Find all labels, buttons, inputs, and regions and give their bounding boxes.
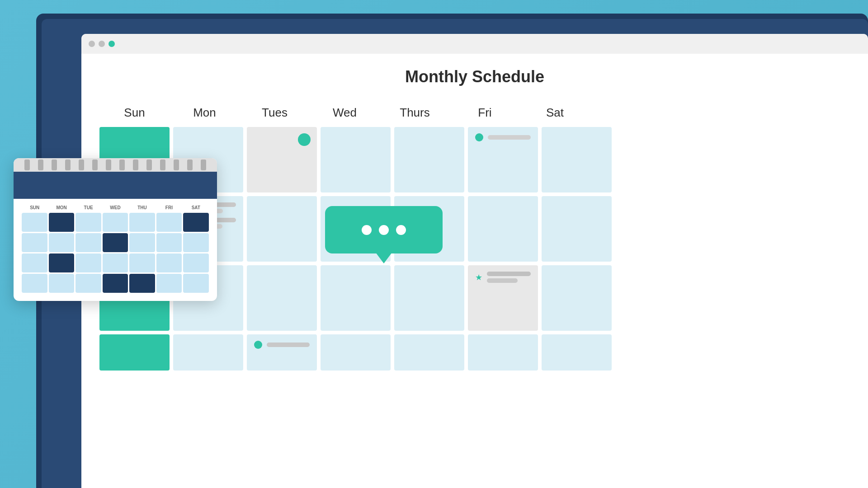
mini-cell-6: [156, 213, 182, 232]
fri-item-row1: [468, 127, 538, 148]
spiral-tab-4: [65, 160, 71, 170]
cell-r4-mon: [173, 334, 243, 371]
mini-cell-12: [129, 233, 155, 252]
mini-cell-21: [183, 253, 209, 272]
cell-r4-sun: [99, 334, 170, 371]
mini-cell-14: [183, 233, 209, 252]
cell-r1-tues: [247, 127, 317, 192]
mini-day-thu: THU: [129, 205, 155, 210]
cell-r3-tues: [247, 265, 317, 331]
spiral-tab-3: [52, 160, 57, 170]
cell-r1-thurs: [394, 127, 464, 192]
cell-r1-fri: [468, 127, 538, 192]
cell-r3-sat: [542, 265, 612, 331]
mini-cal-days-header: SUN MON TUE WED THU FRI SAT: [22, 205, 209, 210]
cell-r1-wed: [321, 127, 391, 192]
mini-cal-grid: [22, 213, 209, 293]
spiral-binding: [14, 158, 217, 172]
chat-dot-1: [362, 225, 372, 235]
mini-cell-16: [49, 253, 75, 272]
mini-day-wed: WED: [102, 205, 128, 210]
spiral-tab-14: [201, 160, 206, 170]
mini-cell-15: [22, 253, 47, 272]
mini-cell-11: [103, 233, 128, 252]
traffic-light-yellow[interactable]: [99, 41, 105, 47]
spiral-tab-10: [146, 160, 152, 170]
col-header-sat: Sat: [520, 102, 590, 123]
cell-r4-fri: [468, 334, 538, 371]
mini-cell-9: [49, 233, 75, 252]
fri-item-row3: ★: [468, 265, 538, 289]
browser-titlebar: [81, 34, 868, 54]
mini-cell-17: [75, 253, 101, 272]
spiral-tab-1: [24, 160, 30, 170]
col-header-tues: Tues: [240, 102, 310, 123]
line-r4-tues: [267, 343, 310, 347]
mini-cell-27: [156, 274, 182, 293]
col-header-fri: Fri: [450, 102, 520, 123]
cell-r4-sat: [542, 334, 612, 371]
col-header-wed: Wed: [310, 102, 380, 123]
mini-day-sat: SAT: [183, 205, 209, 210]
mini-day-sun: SUN: [22, 205, 47, 210]
col-header-mon: Mon: [170, 102, 240, 123]
chat-bubble: [325, 206, 443, 253]
col-header-thurs: Thurs: [380, 102, 450, 123]
fri-line-r3a: [487, 272, 531, 276]
mini-cal-body: SUN MON TUE WED THU FRI SAT: [14, 199, 217, 301]
mini-cell-24: [75, 274, 101, 293]
spiral-tab-9: [133, 160, 138, 170]
mini-cell-26: [129, 274, 155, 293]
spiral-tab-2: [38, 160, 43, 170]
mini-cell-10: [75, 233, 101, 252]
mini-cell-5: [129, 213, 155, 232]
mini-cell-13: [156, 233, 182, 252]
spiral-tab-13: [187, 160, 193, 170]
dot-r4-tues: [254, 341, 262, 349]
traffic-light-green[interactable]: [108, 41, 115, 47]
mini-cell-18: [103, 253, 128, 272]
cell-r2-fri: [468, 196, 538, 262]
mini-calendar-widget: SUN MON TUE WED THU FRI SAT: [14, 158, 217, 301]
cell-r3-wed: [321, 265, 391, 331]
r4-tues-content: [247, 334, 317, 355]
cell-r4-tues: [247, 334, 317, 371]
mini-cell-2: [49, 213, 75, 232]
mini-cell-8: [22, 233, 47, 252]
spiral-tab-12: [174, 160, 179, 170]
fri-dot-r1: [475, 133, 483, 141]
spiral-tab-6: [92, 160, 98, 170]
mini-cell-28: [183, 274, 209, 293]
cell-r1-sat: [542, 127, 612, 192]
page-title: Monthly Schedule: [99, 67, 850, 86]
cell-r2-wed: [321, 196, 391, 262]
mini-cell-3: [75, 213, 101, 232]
mini-day-tue: TUE: [75, 205, 101, 210]
mini-day-mon: MON: [48, 205, 74, 210]
mini-cell-25: [103, 274, 128, 293]
traffic-light-red[interactable]: [89, 41, 95, 47]
mini-cell-20: [156, 253, 182, 272]
cell-r2-tues: [247, 196, 317, 262]
spiral-tab-7: [106, 160, 111, 170]
calendar-row-4: [99, 334, 850, 371]
mini-cell-4: [103, 213, 128, 232]
spiral-tab-11: [160, 160, 165, 170]
mini-day-fri: FRI: [156, 205, 182, 210]
spiral-tab-8: [119, 160, 125, 170]
dot-indicator-r1: [298, 133, 311, 146]
mini-cell-1: [22, 213, 47, 232]
spiral-tab-5: [79, 160, 84, 170]
cell-r4-wed: [321, 334, 391, 371]
fri-line-r1: [488, 135, 531, 140]
fri-lines-r3: [487, 272, 531, 283]
mini-cal-header: [14, 172, 217, 199]
calendar-header: Sun Mon Tues Wed Thurs Fri Sat: [99, 102, 850, 123]
mini-cell-19: [129, 253, 155, 272]
fri-line-r3b: [487, 278, 518, 283]
mini-cell-7: [183, 213, 209, 232]
cell-r3-fri: ★: [468, 265, 538, 331]
cell-r3-thurs: [394, 265, 464, 331]
cell-r2-sat: [542, 196, 612, 262]
col-header-sun: Sun: [99, 102, 170, 123]
